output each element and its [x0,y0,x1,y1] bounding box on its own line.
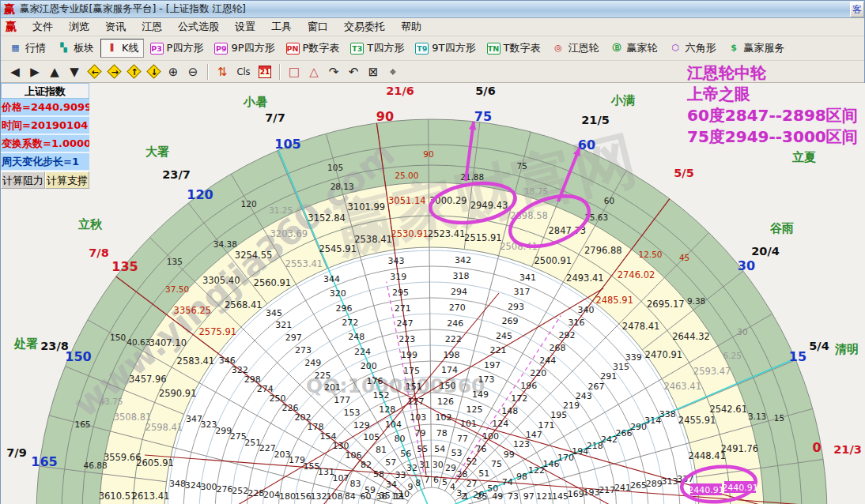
svg-text:154: 154 [320,431,337,442]
svg-text:177: 177 [334,395,350,405]
menu-item-2[interactable]: 资讯 [97,18,134,36]
svg-text:97: 97 [523,491,534,502]
zoom-out-button[interactable]: ⊖ [183,63,202,81]
svg-text:3.13: 3.13 [748,412,766,421]
page-down-button[interactable]: ▼ [65,63,84,81]
gann-wheel-button[interactable]: ◎江恩轮 [546,39,603,58]
svg-text:31.25: 31.25 [269,205,293,215]
t-square-button[interactable]: T3T四方形 [346,39,409,58]
t3-icon: T3 [350,43,364,55]
menu-item-0[interactable]: 文件 [25,18,61,36]
winner-wheel-button[interactable]: Ⓑ赢家轮 [605,39,662,58]
svg-text:270: 270 [449,303,466,313]
svg-text:5: 5 [442,477,448,487]
winner-wheel-button-label: 赢家轮 [626,41,657,55]
svg-text:200: 200 [361,361,377,371]
svg-text:2440.91: 2440.91 [722,483,758,493]
svg-text:5/5: 5/5 [674,167,693,179]
svg-text:25.00: 25.00 [395,171,418,180]
next-button[interactable]: ▶ [25,63,44,81]
svg-text:82: 82 [361,460,372,470]
svg-text:150: 150 [440,381,456,391]
page-up-button[interactable]: ▲ [45,63,64,81]
updown-button[interactable]: ⇅ [213,63,232,81]
svg-text:165: 165 [74,419,90,429]
cls-button[interactable]: Cls [232,63,255,81]
menu-item-3[interactable]: 江恩 [134,18,170,36]
svg-text:2560.91: 2560.91 [254,277,292,288]
hexagon-button[interactable]: ⬡六角形 [663,39,720,58]
svg-text:228: 228 [247,488,264,498]
svg-text:2440.91: 2440.91 [688,485,724,495]
t-table-button[interactable]: TNT数字表 [482,39,546,58]
svg-text:立夏: 立夏 [791,150,816,164]
svg-text:156: 156 [295,491,312,502]
menu-logo-icon: 赢 [6,20,17,34]
menu-item-4[interactable]: 公式选股 [170,18,227,36]
prev-button[interactable]: ◀ [6,63,25,81]
svg-text:198: 198 [443,350,459,360]
svg-text:27: 27 [466,479,477,489]
svg-text:78: 78 [436,428,448,438]
svg-text:172: 172 [511,393,527,404]
t9-square-button[interactable]: T99T四方形 [410,39,480,58]
svg-text:40.63: 40.63 [127,337,150,347]
menu-item-8[interactable]: 交易委托 [336,18,393,36]
svg-text:2746.02: 2746.02 [618,269,655,280]
p-table-button[interactable]: PNP数字表 [281,39,345,58]
wheel-up-button[interactable]: ↑ [124,63,143,81]
grid-icon: ▦ [9,43,22,55]
svg-text:202: 202 [295,412,312,423]
app-logo-icon: 赢 [4,2,15,17]
menu-item-6[interactable]: 工具 [263,18,300,36]
menu-item-7[interactable]: 窗口 [300,18,336,36]
p-square-button[interactable]: P3P四方形 [145,39,209,58]
menu-item-1[interactable]: 浏览 [61,18,97,36]
candlestick-icon: ⫼ [105,43,119,55]
svg-text:2515.91: 2515.91 [464,232,502,243]
crosshair-button[interactable]: ⌖ [383,63,402,81]
square-tool-button[interactable]: □ [285,63,304,81]
p9-square-button[interactable]: P99P四方形 [210,39,279,58]
svg-text:121: 121 [536,491,553,502]
delete-box-button[interactable]: ⊠ [364,63,383,81]
svg-text:344: 344 [323,274,340,284]
wheel-left-button[interactable]: ← [85,63,104,81]
svg-text:处署: 处署 [13,337,38,351]
svg-text:2470.91: 2470.91 [645,349,683,360]
rotate-cw-button[interactable]: ↷ [324,63,343,81]
svg-text:2590.91: 2590.91 [159,388,197,399]
svg-text:51: 51 [478,468,489,479]
menu-item-9[interactable]: 帮助 [393,18,429,36]
menu-item-5[interactable]: 设置 [227,18,263,36]
calc-resistance-button[interactable]: 计算阻力 [1,171,45,189]
svg-text:105: 105 [274,137,300,152]
customer-service-button[interactable]: 客 [850,2,864,17]
triangle-tool-button[interactable]: △ [304,63,323,81]
price-row: 价格=2440.9099 [1,99,89,117]
p-square-button-label: P四方形 [167,41,204,55]
calendar-button[interactable]: 21 [255,63,274,81]
svg-text:103: 103 [410,412,426,423]
svg-text:3610.51: 3610.51 [99,491,137,502]
sectors-button[interactable]: ▚板块 [52,39,99,58]
rotate-ccw-button[interactable]: ↶ [344,63,363,81]
svg-text:2949.43: 2949.43 [470,200,508,211]
wheel-down-button[interactable]: ↓ [144,63,163,81]
svg-text:342: 342 [455,255,471,265]
kline-button[interactable]: ⫼K线 [100,39,144,58]
svg-text:195: 195 [550,410,567,420]
service-button[interactable]: $赢家服务 [722,39,789,58]
quotes-button[interactable]: ▦行情 [4,39,51,58]
svg-text:165: 165 [31,454,57,469]
coef-row: 变换系数=1.00000 [1,135,89,153]
svg-text:246: 246 [447,318,463,329]
zoom-in-button[interactable]: ⊕ [164,63,183,81]
wheel-right-button[interactable]: → [104,63,123,81]
calc-support-button[interactable]: 计算支撑 [45,171,89,189]
svg-text:23/7: 23/7 [162,168,191,181]
svg-text:12: 12 [391,491,402,502]
svg-text:318: 318 [453,271,470,281]
svg-text:7/9: 7/9 [6,446,26,459]
svg-text:243: 243 [576,391,592,401]
